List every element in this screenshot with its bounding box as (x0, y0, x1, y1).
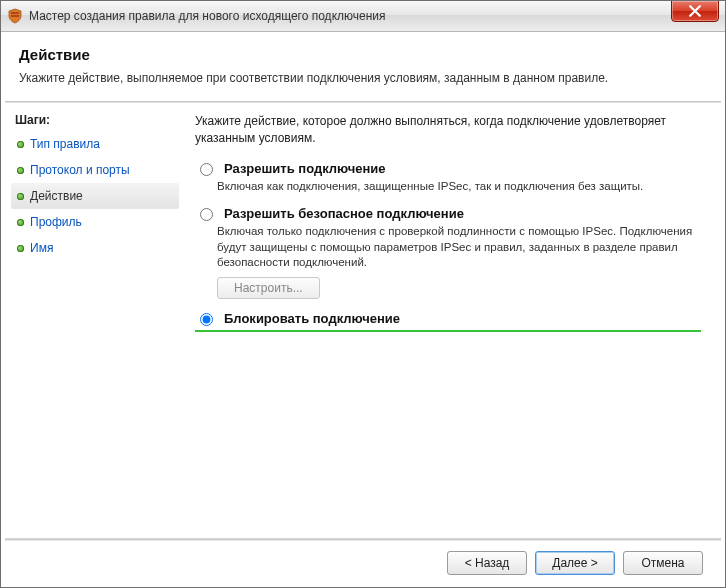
svg-rect-1 (11, 15, 19, 17)
bullet-icon (17, 141, 24, 148)
step-protocol-ports[interactable]: Протокол и порты (11, 157, 179, 183)
step-profile[interactable]: Профиль (11, 209, 179, 235)
bullet-icon (17, 193, 24, 200)
option-allow-secure-connection: Разрешить безопасное подключение Включая… (195, 206, 701, 299)
option-row[interactable]: Разрешить подключение (195, 161, 701, 176)
step-label: Действие (30, 189, 83, 203)
close-button[interactable] (671, 0, 719, 22)
firewall-shield-icon (7, 8, 23, 24)
option-block-connection: Блокировать подключение (195, 311, 701, 332)
back-button[interactable]: < Назад (447, 551, 527, 575)
option-allow-connection: Разрешить подключение Включая как подклю… (195, 161, 701, 195)
steps-heading: Шаги: (11, 109, 179, 131)
titlebar: Мастер создания правила для нового исход… (1, 1, 725, 32)
step-name[interactable]: Имя (11, 235, 179, 261)
option-title: Разрешить подключение (224, 161, 386, 176)
window-title: Мастер создания правила для нового исход… (29, 9, 386, 23)
option-desc: Включая как подключения, защищенные IPSe… (217, 179, 701, 195)
step-label: Протокол и порты (30, 163, 130, 177)
next-button[interactable]: Далее > (535, 551, 615, 575)
bullet-icon (17, 245, 24, 252)
wizard-window: Мастер создания правила для нового исход… (0, 0, 726, 588)
option-title: Блокировать подключение (224, 311, 400, 326)
bullet-icon (17, 219, 24, 226)
step-label: Тип правила (30, 137, 100, 151)
close-icon (689, 5, 701, 17)
svg-rect-0 (11, 12, 19, 14)
option-desc: Включая только подключения с проверкой п… (217, 224, 701, 271)
step-label: Имя (30, 241, 53, 255)
cancel-button[interactable]: Отмена (623, 551, 703, 575)
step-action[interactable]: Действие (11, 183, 179, 209)
page-title: Действие (19, 46, 707, 63)
option-row[interactable]: Разрешить безопасное подключение (195, 206, 701, 221)
configure-button: Настроить... (217, 277, 320, 299)
footer-divider (5, 539, 721, 541)
page-header: Действие Укажите действие, выполняемое п… (1, 32, 725, 95)
radio-allow[interactable] (200, 163, 213, 176)
steps-sidebar: Шаги: Тип правила Протокол и порты Дейст… (1, 103, 181, 577)
bullet-icon (17, 167, 24, 174)
radio-block[interactable] (200, 313, 213, 326)
main-panel: Укажите действие, которое должно выполня… (181, 103, 725, 577)
wizard-body: Шаги: Тип правила Протокол и порты Дейст… (1, 103, 725, 577)
step-label: Профиль (30, 215, 82, 229)
option-title: Разрешить безопасное подключение (224, 206, 464, 221)
page-subtitle: Укажите действие, выполняемое при соотве… (19, 71, 707, 85)
wizard-footer: < Назад Далее > Отмена (5, 538, 721, 587)
instruction-text: Укажите действие, которое должно выполня… (195, 113, 701, 147)
radio-allow-secure[interactable] (200, 208, 213, 221)
step-rule-type[interactable]: Тип правила (11, 131, 179, 157)
option-row[interactable]: Блокировать подключение (195, 311, 701, 326)
